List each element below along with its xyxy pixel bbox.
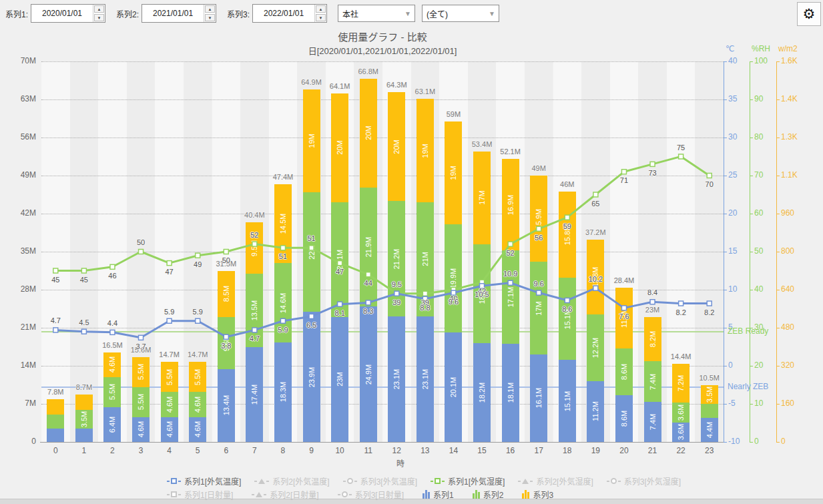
bar-segment-系列2[interactable]: 12.2M	[587, 314, 604, 381]
bar-segment-系列3[interactable]: 14.5M	[274, 184, 292, 263]
bar-segment-系列1[interactable]: 3.6M	[672, 423, 690, 442]
bar-segment-系列3[interactable]: 5.5M	[161, 362, 178, 392]
bar-segment-系列3[interactable]: 5.5M	[132, 357, 150, 387]
bar-segment-系列1[interactable]: 20.1M	[445, 332, 462, 442]
bar-segment-系列1[interactable]	[47, 429, 64, 442]
line-value-label: 49	[183, 260, 212, 268]
settings-button[interactable]: ⚙	[797, 2, 821, 26]
axis-tick	[776, 404, 780, 405]
bar-segment-系列2[interactable]: 17M	[530, 262, 547, 354]
bar-segment-系列1[interactable]: 24.9M	[360, 306, 377, 442]
bar-segment-系列1[interactable]: 8.6M	[615, 395, 633, 442]
series2-date-input[interactable]	[142, 5, 204, 22]
bar-segment-系列1[interactable]: 18.1M	[502, 344, 519, 442]
legend-item[interactable]: 系列1[日射量]	[167, 489, 233, 500]
bar-segment-系列3[interactable]: 5.5M	[189, 362, 206, 392]
bar-segment-系列1[interactable]: 23.9M	[303, 312, 320, 442]
bar-segment-label: 14.5M	[279, 214, 286, 234]
legend-item[interactable]: 系列3[外気湿度]	[607, 475, 681, 487]
legend-item[interactable]: 系列1[外気湿度]	[431, 475, 505, 487]
bar-segment-系列2[interactable]: 5.5M	[103, 377, 121, 407]
bar-segment-系列3[interactable]: 7.2M	[672, 364, 690, 403]
bar-segment-系列1[interactable]: 6.4M	[103, 407, 121, 442]
bar-segment-系列3[interactable]: 8.5M	[218, 271, 235, 317]
bar-segment-系列3[interactable]: 19M	[417, 99, 434, 202]
bar-segment-系列3[interactable]: 3.5M	[701, 385, 718, 405]
bar-segment-系列2[interactable]: 17.1M	[502, 250, 519, 343]
bar-segment-系列1[interactable]: 18.2M	[473, 343, 491, 442]
legend-marker-bars-icon	[473, 490, 480, 499]
legend-item[interactable]: 系列2[外気湿度]	[518, 475, 593, 487]
bar-segment-系列1[interactable]: 7.4M	[644, 402, 661, 442]
bar-segment-系列2[interactable]	[701, 404, 718, 418]
bar-segment-系列2[interactable]: 3.6M	[672, 403, 690, 422]
bar-segment-系列1[interactable]: 15.1M	[559, 360, 576, 442]
bar-segment-系列2[interactable]: 15.1M	[559, 278, 576, 360]
legend-item[interactable]: 系列2[外気温度]	[254, 475, 329, 487]
bar-segment-系列1[interactable]: 23M	[331, 317, 348, 442]
bar-segment-系列3[interactable]: 15.9M	[530, 176, 547, 262]
spinner-down-icon[interactable]: ▼	[205, 14, 215, 21]
axis-tick	[724, 404, 727, 405]
legend-item[interactable]: 系列1	[423, 489, 454, 500]
bar-segment-系列3[interactable]: 20M	[331, 93, 348, 202]
line-value-label: 8.2	[695, 308, 724, 316]
spinner-down-icon[interactable]: ▼	[94, 14, 104, 21]
bar-segment-系列2[interactable]: 7.4M	[644, 361, 661, 401]
bar-segment-系列3[interactable]: 20M	[360, 79, 377, 188]
bar-segment-系列3[interactable]	[75, 395, 93, 410]
bar-segment-系列1[interactable]: 4.6M	[189, 417, 206, 442]
bar-segment-系列2[interactable]: 4.6M	[189, 392, 206, 417]
bar-segment-系列3[interactable]: 4.6M	[103, 352, 121, 377]
legend-item[interactable]: 系列3[日射量]	[338, 489, 404, 500]
bar-segment-label: 4.6M	[109, 356, 116, 372]
bar-segment-系列2[interactable]: 19.9M	[445, 224, 462, 332]
bar-segment-系列1[interactable]: 13.4M	[218, 369, 235, 442]
bar-segment-系列1[interactable]: 18.3M	[274, 342, 292, 442]
bar-segment-系列2[interactable]	[47, 415, 64, 428]
bar-segment-系列3[interactable]: 15.8M	[559, 192, 576, 278]
spinner-up-icon[interactable]: ▲	[316, 5, 326, 13]
bar-segment-系列3[interactable]: 8.2M	[644, 317, 661, 362]
bar-segment-系列2[interactable]: 3.5M	[75, 410, 93, 429]
bar-segment-系列1[interactable]: 11.2M	[587, 381, 604, 442]
bar-segment-系列2[interactable]: 4.6M	[161, 392, 178, 417]
series2-date-field: ▲ ▼	[142, 4, 216, 23]
left-axis-tick-label: 70M	[0, 56, 36, 65]
bar-segment-系列1[interactable]: 4.4M	[701, 418, 718, 442]
bar-segment-系列3[interactable]	[47, 399, 64, 415]
bar-segment-系列3[interactable]: 16.9M	[502, 159, 519, 251]
spinner-up-icon[interactable]: ▲	[94, 5, 104, 13]
bar-segment-系列1[interactable]: 16.1M	[530, 354, 547, 442]
legend-item[interactable]: 系列2[日射量]	[252, 489, 318, 500]
bar-segment-系列2[interactable]: 21.9M	[360, 188, 377, 306]
site-select[interactable]: 本社 ▼	[338, 5, 415, 22]
bar-segment-系列1[interactable]: 4.6M	[161, 417, 178, 442]
bar-segment-label: 15.1M	[563, 391, 571, 411]
bar-segment-系列2[interactable]: 8.6M	[615, 348, 633, 395]
bar-segment-系列1[interactable]	[75, 429, 93, 442]
bar-segment-系列2[interactable]: 22M	[303, 192, 320, 312]
legend-item[interactable]: 系列1[外気温度]	[167, 475, 241, 487]
bar-segment-label: 8.6M	[620, 411, 627, 427]
bar-segment-系列1[interactable]: 4.6M	[132, 417, 150, 442]
bar-segment-系列2[interactable]: 21.1M	[331, 202, 348, 317]
bar-segment-系列3[interactable]: 19M	[303, 89, 320, 193]
filter-select[interactable]: (全て) ▼	[422, 5, 499, 22]
bar-segment-系列2[interactable]: 5.5M	[132, 387, 150, 417]
x-axis-tick-label: 13	[412, 446, 439, 455]
bar-segment-系列1[interactable]: 17.4M	[246, 347, 263, 442]
legend-item[interactable]: 系列2	[473, 489, 504, 500]
bar-segment-系列3[interactable]: 20M	[388, 92, 405, 201]
bar-segment-系列3[interactable]: 17M	[473, 152, 491, 244]
bar-segment-系列1[interactable]: 23.1M	[388, 316, 405, 442]
series1-date-input[interactable]	[31, 5, 93, 22]
bar-segment-系列1[interactable]: 23.1M	[417, 316, 434, 442]
bar-segment-系列3[interactable]: 19M	[445, 121, 462, 225]
legend-item[interactable]: 系列3[外気温度]	[343, 475, 417, 487]
spinner-down-icon[interactable]: ▼	[316, 14, 326, 21]
legend-item-label: 系列1	[433, 489, 454, 500]
series3-date-input[interactable]	[253, 5, 314, 22]
legend-item[interactable]: 系列3	[522, 489, 553, 500]
spinner-up-icon[interactable]: ▲	[205, 5, 215, 13]
